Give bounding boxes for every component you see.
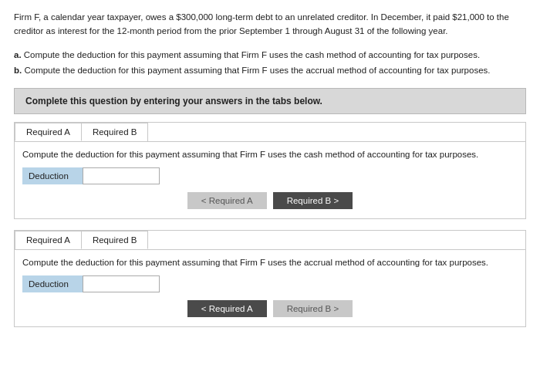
section1-deduction-input[interactable] — [83, 167, 160, 184]
section2-tab-header: Required A Required B — [15, 231, 525, 250]
section1-deduction-label: Deduction — [22, 167, 83, 184]
section2-nav-buttons: < Required A Required B > — [22, 300, 518, 317]
intro-text: Firm F, a calendar year taxpayer, owes a… — [14, 11, 526, 39]
section1-prev-button[interactable]: < Required A — [187, 192, 267, 209]
instruction-a: a. Compute the deduction for this paymen… — [14, 48, 526, 62]
section2-deduction-row: Deduction — [22, 275, 518, 292]
section2-prev-label: < Required A — [201, 304, 253, 313]
section2-description: Compute the deduction for this payment a… — [22, 256, 518, 269]
section1-next-button[interactable]: Required B > — [273, 192, 353, 209]
section2-tab-body: Compute the deduction for this payment a… — [15, 250, 525, 326]
instruction-b-text: Compute the deduction for this payment a… — [24, 66, 490, 75]
section1-nav-buttons: < Required A Required B > — [22, 192, 518, 209]
instruction-b-label: b. — [14, 66, 22, 75]
page-wrapper: Firm F, a calendar year taxpayer, owes a… — [0, 0, 540, 392]
section2-next-button[interactable]: Required B > — [273, 300, 353, 317]
instruction-a-text: Compute the deduction for this payment a… — [24, 50, 480, 59]
section2-tab-b-label: Required B — [93, 235, 137, 245]
complete-box: Complete this question by entering your … — [14, 88, 526, 114]
section1-tab-a-label: Required A — [26, 127, 70, 137]
section2-prev-button[interactable]: < Required A — [187, 300, 267, 317]
instructions: a. Compute the deduction for this paymen… — [14, 48, 526, 78]
section1-prev-label: < Required A — [201, 196, 253, 205]
section2-next-label: Required B > — [287, 304, 339, 313]
section1-next-label: Required B > — [287, 196, 339, 205]
instruction-a-label: a. — [14, 50, 22, 59]
section2-tab-a[interactable]: Required A — [15, 231, 82, 249]
section1-tab-body: Compute the deduction for this payment a… — [15, 142, 525, 218]
section2-tab-section: Required A Required B Compute the deduct… — [14, 230, 526, 327]
instruction-b: b. Compute the deduction for this paymen… — [14, 63, 526, 77]
section1-tab-b-label: Required B — [93, 127, 137, 137]
section1-description: Compute the deduction for this payment a… — [22, 148, 518, 161]
section1-tab-b[interactable]: Required B — [81, 123, 149, 141]
section2-deduction-label: Deduction — [22, 275, 83, 292]
intro-content: Firm F, a calendar year taxpayer, owes a… — [14, 12, 509, 35]
section1-deduction-row: Deduction — [22, 167, 518, 184]
complete-box-text: Complete this question by entering your … — [25, 96, 322, 106]
section2-tab-a-label: Required A — [26, 235, 70, 245]
section1-tab-a[interactable]: Required A — [15, 123, 82, 141]
section2-tab-b[interactable]: Required B — [81, 231, 149, 249]
section2-deduction-input[interactable] — [83, 275, 160, 292]
section1-tab-section: Required A Required B Compute the deduct… — [14, 122, 526, 219]
section1-tab-header: Required A Required B — [15, 123, 525, 142]
